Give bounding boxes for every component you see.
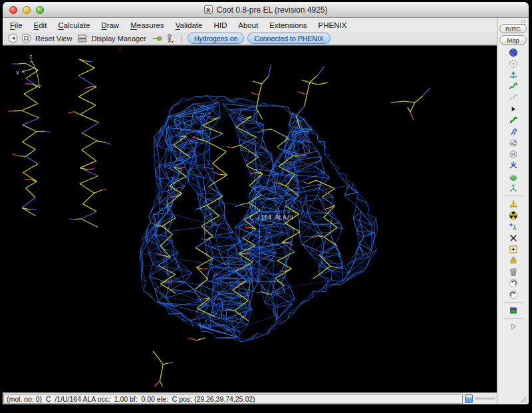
menu-calculate[interactable]: Calculate xyxy=(58,21,90,29)
add-atom-icon[interactable] xyxy=(508,221,518,231)
menu-bar: FileEditCalculateDrawMeasuresValidateHID… xyxy=(3,18,497,32)
right-toolbar-panel: R/RC Map Side xyxy=(497,18,529,404)
model-toolbar-icons: Side xyxy=(503,47,523,332)
window-title: Coot 0.8-pre EL (revision 4925) xyxy=(217,5,328,15)
svg-text:Side: Side xyxy=(511,174,515,177)
add-terminal-residue-icon[interactable] xyxy=(508,244,518,254)
x11-icon: X xyxy=(204,5,213,14)
icon-separator xyxy=(503,196,523,196)
molecular-viewport[interactable]: zxC /164 ALA/U xyxy=(3,45,497,392)
delete-atom-icon[interactable] xyxy=(508,233,518,243)
left-column: FileEditCalculateDrawMeasuresValidateHID… xyxy=(3,18,497,404)
contour-slider-thumb[interactable] xyxy=(465,394,473,403)
title-bar[interactable]: X Coot 0.8-pre EL (revision 4925) xyxy=(3,2,529,18)
regularize-zone-icon[interactable] xyxy=(508,92,518,102)
prev-view-icon[interactable] xyxy=(8,33,18,43)
main-area: FileEditCalculateDrawMeasuresValidateHID… xyxy=(3,18,529,404)
recentre-icon[interactable] xyxy=(508,59,518,69)
map-button[interactable]: Map xyxy=(499,35,527,45)
edit-chi-angles-icon[interactable] xyxy=(508,149,518,159)
tool-bar: Reset View Display Manager Hydrogens on … xyxy=(3,32,497,45)
icon-separator xyxy=(503,318,523,319)
person-icon[interactable] xyxy=(165,33,175,43)
side-chain-180-icon[interactable]: Side xyxy=(508,172,518,182)
phenix-connection-button[interactable]: Connected to PHENIX xyxy=(247,33,330,44)
radiation-damage-icon[interactable] xyxy=(508,210,518,220)
status-bar: (mol. no: 0) C /1/U/164 ALA occ: 1.00 bf… xyxy=(3,392,497,404)
rigid-body-icon[interactable] xyxy=(508,70,518,80)
menu-edit[interactable]: Edit xyxy=(34,21,47,29)
atom-label: C /164 ALA/U xyxy=(250,214,294,221)
title-wrap: X Coot 0.8-pre EL (revision 4925) xyxy=(204,5,328,15)
minimize-button[interactable] xyxy=(23,6,31,14)
toolbar-grip-icon[interactable] xyxy=(521,19,526,26)
desktop: { "window": { "title": "Coot 0.8-pre EL … xyxy=(0,0,532,413)
flip-peptide-icon[interactable] xyxy=(508,126,518,136)
resize-grip[interactable] xyxy=(519,394,527,403)
map-sphere-icon[interactable] xyxy=(508,47,518,57)
clear-brush-icon[interactable] xyxy=(508,255,518,265)
display-manager-button[interactable]: Display Manager xyxy=(91,35,146,43)
menu-hid[interactable]: HID xyxy=(213,21,227,29)
status-text: (mol. no: 0) C /1/U/164 ALA occ: 1.00 bf… xyxy=(3,394,463,404)
rotamers-icon[interactable] xyxy=(508,138,518,148)
refine-zone-icon[interactable] xyxy=(508,81,518,91)
menu-validate[interactable]: Validate xyxy=(176,21,203,29)
contour-slider-track[interactable] xyxy=(475,398,495,400)
frame-icon[interactable] xyxy=(21,33,31,43)
undo-icon[interactable] xyxy=(508,278,518,288)
menu-measures[interactable]: Measures xyxy=(130,21,164,29)
traffic-lights xyxy=(9,6,44,14)
menu-extensions[interactable]: Extensions xyxy=(269,21,307,29)
menu-phenix[interactable]: PHENIX xyxy=(319,21,347,29)
rotate-translate-icon[interactable] xyxy=(508,115,518,125)
hydrogens-toggle-button[interactable]: Hydrogens on xyxy=(188,33,244,44)
go-arrow-icon[interactable] xyxy=(152,33,162,43)
svg-text:x: x xyxy=(16,70,19,76)
menu-file[interactable]: File xyxy=(10,21,23,29)
redo-icon[interactable] xyxy=(508,289,518,299)
expand-toolbar-icon[interactable] xyxy=(508,104,518,114)
svg-text:z: z xyxy=(29,54,33,60)
display-manager-icon[interactable] xyxy=(77,33,87,43)
toolbar-separator xyxy=(181,34,182,43)
zoom-button[interactable] xyxy=(36,6,44,14)
reset-view-button[interactable]: Reset View xyxy=(35,35,72,43)
trash-icon[interactable] xyxy=(508,267,518,277)
menu-about[interactable]: About xyxy=(238,21,258,29)
menu-draw[interactable]: Draw xyxy=(101,21,119,29)
geometry-distort-icon[interactable] xyxy=(508,199,518,209)
flat-ligand-icon[interactable] xyxy=(508,183,518,193)
icon-separator xyxy=(503,302,523,303)
jack-atom-icon[interactable] xyxy=(508,160,518,170)
run-script-icon[interactable] xyxy=(508,321,518,331)
flag-icon[interactable] xyxy=(508,305,518,315)
coot-window: X Coot 0.8-pre EL (revision 4925) FileEd… xyxy=(3,2,529,404)
close-button[interactable] xyxy=(9,6,17,14)
